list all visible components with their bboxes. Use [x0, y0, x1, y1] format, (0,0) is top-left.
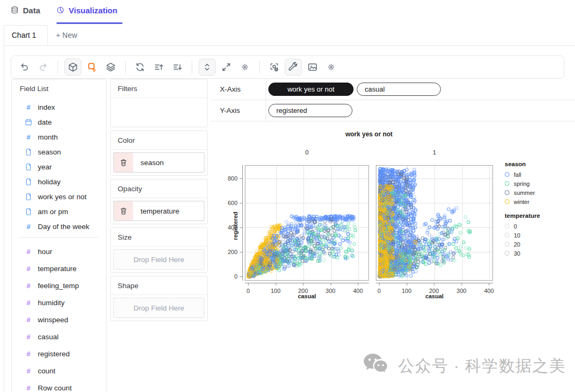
chart-facet-title: work yes or not	[245, 130, 493, 138]
pie-chart-icon	[56, 5, 64, 15]
x-tick	[358, 283, 358, 285]
encoding-body-color[interactable]: season	[111, 150, 207, 175]
sort-ascending-icon[interactable]	[151, 59, 167, 75]
field-item-label: humidity	[38, 299, 64, 307]
encoding-section-opacity: Opacitytemperature	[110, 179, 208, 224]
field-item-date[interactable]: date	[20, 115, 106, 129]
field-item-label: Day of the week	[38, 223, 89, 231]
field-item-label: casual	[38, 333, 59, 341]
undo-icon[interactable]	[17, 59, 32, 75]
y-axis-shelf[interactable]: Y-Axis registered	[211, 100, 575, 121]
field-list-title: Field List	[20, 85, 106, 94]
redo-icon[interactable]	[35, 59, 51, 75]
field-item-label: index	[38, 103, 55, 111]
x-axis-shelf[interactable]: X-Axis work yes or notcasual	[211, 79, 575, 100]
encoding-header-opacity: Opacity	[111, 179, 207, 198]
dropzone-size[interactable]: Drop Field Here	[113, 249, 204, 270]
active-tab-underline	[56, 22, 122, 24]
field-item-label: holiday	[38, 178, 61, 186]
legend-item-winter: winter	[505, 197, 573, 206]
chart-tab-1[interactable]: Chart 1	[4, 25, 48, 45]
tab-data[interactable]: Data	[11, 5, 40, 15]
encoding-body-opacity[interactable]: temperature	[111, 198, 207, 224]
field-item-label: registered	[38, 350, 70, 358]
field-item-holiday[interactable]: holiday	[20, 174, 106, 189]
cube-icon[interactable]	[64, 59, 81, 76]
toolbar-divider	[125, 61, 126, 74]
y-tick-label: 0	[221, 273, 237, 280]
field-item-index[interactable]: #index	[20, 100, 106, 115]
axis-pill-work-yes-or-not[interactable]: work yes or not	[268, 83, 354, 96]
field-item-label: am or pm	[38, 208, 68, 216]
field-item-season[interactable]: season	[20, 144, 106, 159]
y-tick	[240, 276, 242, 277]
hash-icon: #	[24, 367, 32, 375]
legend-item-temp-20: 20	[505, 240, 573, 249]
wrench-icon[interactable]	[285, 59, 302, 76]
axis-pill-casual[interactable]: casual	[357, 83, 441, 96]
field-item-day-of-the-week[interactable]: #Day of the week	[20, 219, 106, 234]
x-tick	[462, 283, 462, 285]
x-tick	[276, 283, 276, 285]
sync-icon[interactable]	[132, 59, 148, 75]
sort-descending-icon[interactable]	[169, 59, 185, 75]
mark-lightbulb-icon[interactable]	[84, 59, 100, 75]
field-item-registered[interactable]: #registered	[20, 345, 106, 362]
encoding-chip-season[interactable]: season	[113, 152, 204, 173]
encoding-chip-label: season	[133, 159, 164, 167]
gear-icon[interactable]	[237, 59, 253, 75]
limit-scan-icon[interactable]	[266, 59, 282, 75]
field-item-feeling-temp[interactable]: #feeling_temp	[20, 277, 106, 294]
hash-icon: #	[24, 299, 32, 307]
dropzone-shape[interactable]: Drop Field Here	[113, 298, 204, 318]
field-item-casual[interactable]: #casual	[20, 328, 106, 345]
field-item-humidity[interactable]: #humidity	[20, 294, 106, 311]
y-tick	[240, 203, 242, 203]
updown-chevrons-icon[interactable]	[199, 59, 216, 76]
tab-visualization[interactable]: Visualization	[56, 5, 117, 15]
field-item-count[interactable]: #count	[20, 362, 106, 379]
tab-visualization-label: Visualization	[69, 6, 117, 15]
field-item-year[interactable]: year	[20, 159, 106, 174]
field-item-label: Row count	[38, 384, 72, 392]
export-image-icon[interactable]	[305, 59, 321, 75]
field-item-temperature[interactable]: #temperature	[20, 260, 106, 277]
facet-label-1: 1	[376, 149, 493, 156]
layers-icon[interactable]	[103, 59, 119, 75]
chart-tab-bar: Chart 1 + New	[4, 25, 575, 46]
field-item-work-yes-or-not[interactable]: work yes or not	[20, 189, 106, 204]
gear-icon[interactable]	[323, 59, 339, 75]
hash-icon: #	[24, 350, 32, 358]
legend-opacity-title: temperature	[505, 213, 573, 219]
encoding-body-size[interactable]: Drop Field Here	[111, 247, 207, 272]
document-icon	[24, 163, 32, 171]
field-item-am-or-pm[interactable]: am or pm	[20, 204, 106, 219]
field-item-hour[interactable]: #hour	[20, 243, 106, 260]
encoding-body-filters[interactable]	[111, 98, 207, 127]
field-item-label: date	[38, 118, 52, 126]
hash-icon: #	[24, 265, 32, 273]
encoding-chip-temperature[interactable]: temperature	[113, 201, 204, 221]
new-chart-button[interactable]: + New	[56, 25, 77, 45]
trash-icon[interactable]	[114, 201, 133, 220]
database-icon	[11, 5, 19, 15]
encoding-header-size: Size	[111, 228, 207, 247]
encodings-panel: FiltersColorseasonOpacitytemperatureSize…	[110, 79, 208, 324]
field-item-month[interactable]: #month	[20, 129, 106, 144]
x-tick-label: 100	[399, 288, 415, 294]
document-icon	[24, 178, 32, 186]
axis-pill-registered[interactable]: registered	[268, 104, 352, 117]
field-item-winspeed[interactable]: #winspeed	[20, 311, 106, 328]
facet-label-0: 0	[245, 149, 369, 156]
encoding-body-shape[interactable]: Drop Field Here	[111, 295, 207, 321]
encoding-section-filters: Filters	[110, 79, 208, 127]
field-item-label: feeling_temp	[38, 282, 79, 290]
left-rule	[4, 25, 4, 392]
y-tick	[240, 252, 242, 252]
trash-icon[interactable]	[114, 153, 133, 172]
expand-icon[interactable]	[218, 59, 234, 75]
x-tick-label: 300	[454, 288, 470, 294]
field-item-label: work yes or not	[38, 193, 87, 201]
scatter-plot-facet-0	[245, 165, 369, 281]
field-item-row-count[interactable]: #Row count	[20, 379, 106, 392]
